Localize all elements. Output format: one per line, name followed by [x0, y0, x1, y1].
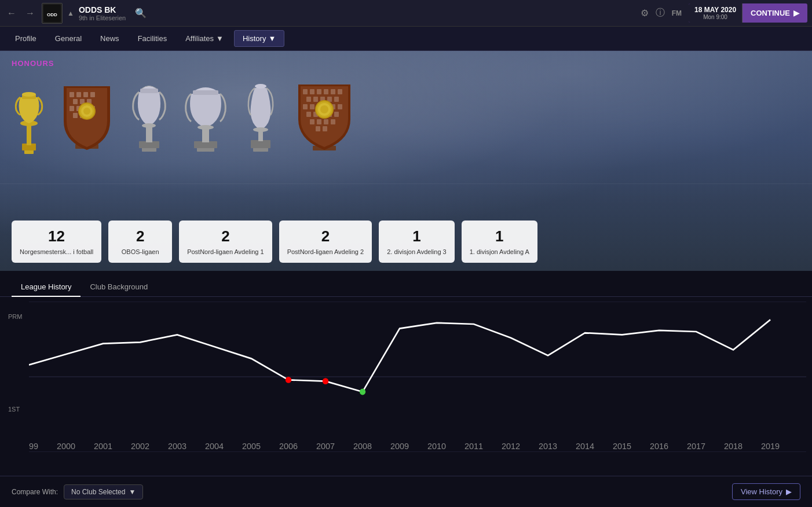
tab-club-background[interactable]: Club Background — [81, 278, 157, 297]
svg-text:2012: 2012 — [502, 441, 520, 450]
affiliates-dropdown-icon: ▼ — [216, 34, 224, 43]
tab-history[interactable]: History ▼ — [234, 30, 284, 47]
svg-rect-46 — [317, 89, 321, 94]
svg-text:1999: 1999 — [29, 441, 38, 450]
svg-rect-11 — [76, 92, 81, 97]
svg-text:2002: 2002 — [131, 441, 149, 450]
trophy-card-3[interactable]: 2 PostNord-ligaen Avdeling 2 — [279, 221, 372, 263]
tab-general[interactable]: General — [47, 31, 90, 46]
club-info: ODDS BK 9th in Eliteserien — [79, 5, 126, 21]
svg-rect-17 — [70, 106, 74, 111]
tab-news[interactable]: News — [92, 31, 127, 46]
club-name: ODDS BK — [79, 5, 126, 14]
trophy-card-num-5: 1 — [470, 227, 529, 245]
settings-icon[interactable]: ⚙ — [641, 8, 649, 19]
top-right-actions: ⚙ ⓘ FM 18 MAY 2020 Mon 9:00 CONTINUE ▶ — [641, 3, 807, 23]
svg-text:ODD: ODD — [47, 12, 57, 17]
svg-text:2009: 2009 — [390, 441, 409, 450]
trophy-card-1[interactable]: 2 OBOS-ligaen — [108, 221, 172, 263]
league-history-tabs: League History Club Background — [0, 271, 812, 297]
tab-facilities[interactable]: Facilities — [130, 31, 175, 46]
trophy-gold — [12, 80, 46, 155]
svg-rect-69 — [331, 119, 335, 124]
help-icon[interactable]: ⓘ — [656, 7, 665, 19]
hero-area: HONOURS — [0, 51, 812, 271]
compare-label: Compare With: — [12, 488, 58, 496]
trophy-silver-2 — [182, 83, 229, 155]
svg-rect-12 — [83, 92, 88, 97]
silver-trophy-2-icon — [182, 83, 229, 153]
continue-arrow-icon: ▶ — [793, 9, 799, 17]
no-club-selected-button[interactable]: No Club Selected ▼ — [64, 484, 143, 499]
trophy-card-0[interactable]: 12 Norgesmestersk... i fotball — [12, 221, 101, 263]
trophy-silver-1 — [127, 80, 171, 155]
svg-rect-45 — [310, 89, 314, 94]
silver-trophy-3-icon — [240, 78, 281, 153]
svg-text:2018: 2018 — [724, 441, 742, 450]
svg-text:2019: 2019 — [761, 441, 780, 450]
svg-rect-14 — [73, 99, 78, 104]
svg-rect-56 — [310, 104, 314, 109]
tab-league-history[interactable]: League History — [12, 278, 81, 297]
search-icon[interactable]: 🔍 — [135, 8, 147, 19]
trophy-cards: 12 Norgesmestersk... i fotball 2 OBOS-li… — [0, 221, 812, 271]
view-history-button[interactable]: View History ▶ — [732, 483, 800, 500]
forward-arrow[interactable]: → — [23, 6, 37, 21]
svg-text:2016: 2016 — [650, 441, 668, 450]
trophy-shield-2 — [292, 78, 356, 155]
club-dropdown-arrow[interactable]: ▲ — [67, 9, 74, 17]
honours-label: HONOURS — [12, 59, 54, 68]
y-label-prm: PRM — [8, 313, 22, 320]
trophy-silver-3 — [240, 78, 281, 155]
svg-point-74 — [320, 105, 328, 113]
continue-button[interactable]: CONTINUE ▶ — [742, 5, 807, 21]
club-logo: ODD — [42, 3, 63, 24]
chart-container: PRM 1ST 1999 2000 2001 2002 2003 2004 20… — [0, 297, 812, 471]
trophies-row — [0, 68, 812, 155]
svg-text:2015: 2015 — [613, 441, 631, 450]
svg-rect-4 — [27, 123, 31, 145]
date-continue-block: 18 MAY 2020 Mon 9:00 CONTINUE ▶ — [689, 3, 807, 23]
svg-text:2011: 2011 — [464, 441, 483, 450]
svg-rect-51 — [313, 97, 318, 102]
gold-trophy-icon — [12, 80, 46, 155]
svg-rect-35 — [193, 90, 218, 95]
svg-rect-21 — [73, 113, 78, 118]
trophy-card-num-4: 1 — [387, 227, 447, 245]
nav-tabs: Profile General News Facilities Affiliat… — [0, 27, 812, 51]
trophy-shield-1 — [58, 78, 116, 155]
trophy-card-num-3: 2 — [287, 227, 364, 245]
svg-rect-49 — [338, 89, 342, 94]
main-content: League History Club Background PRM 1ST 1… — [0, 271, 812, 507]
svg-rect-55 — [303, 104, 308, 109]
svg-rect-38 — [251, 140, 270, 148]
trophy-card-name-1: OBOS-ligaen — [116, 248, 164, 256]
svg-text:2000: 2000 — [57, 441, 75, 450]
trophy-card-4[interactable]: 1 2. divisjon Avdeling 3 — [379, 221, 455, 263]
y-label-1st: 1ST — [8, 406, 20, 413]
svg-text:2008: 2008 — [353, 441, 372, 450]
svg-text:2017: 2017 — [687, 441, 705, 450]
svg-rect-48 — [331, 89, 335, 94]
svg-rect-68 — [324, 119, 328, 124]
svg-text:2003: 2003 — [168, 441, 186, 450]
trophy-card-2[interactable]: 2 PostNord-ligaen Avdeling 1 — [179, 221, 272, 263]
svg-rect-60 — [338, 104, 342, 109]
trophy-card-5[interactable]: 1 1. divisjon Avdeling A — [462, 221, 537, 263]
trophy-card-name-5: 1. divisjon Avdeling A — [470, 248, 529, 256]
back-arrow[interactable]: ← — [5, 6, 19, 21]
svg-text:2013: 2013 — [539, 441, 557, 450]
dropdown-chevron-icon: ▼ — [129, 488, 136, 496]
date-block: 18 MAY 2020 Mon 9:00 — [689, 3, 742, 23]
tab-affiliates[interactable]: Affiliates ▼ — [177, 31, 232, 46]
svg-rect-13 — [90, 92, 95, 97]
club-sub: 9th in Eliteserien — [79, 14, 126, 21]
trophy-card-num-1: 2 — [116, 227, 164, 245]
date-label: 18 MAY 2020 — [694, 6, 736, 14]
tab-profile[interactable]: Profile — [7, 31, 45, 46]
green-point-1 — [360, 389, 365, 395]
top-bar: ← → ODD ▲ ODDS BK 9th in Eliteserien 🔍 ⚙… — [0, 0, 812, 27]
svg-point-36 — [197, 125, 214, 130]
view-history-arrow-icon: ▶ — [786, 487, 792, 496]
svg-text:2005: 2005 — [242, 441, 261, 450]
